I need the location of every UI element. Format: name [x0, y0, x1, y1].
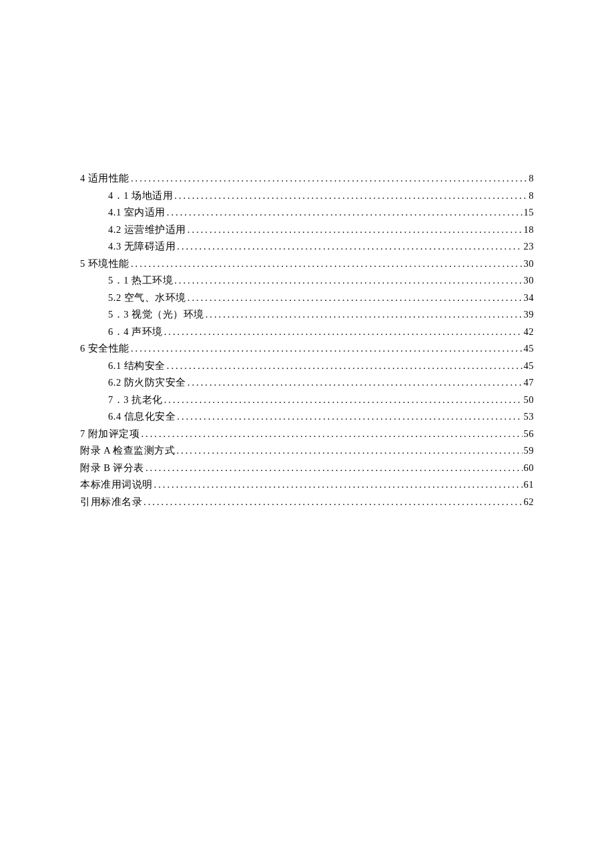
- toc-entry-page: 42: [524, 327, 535, 337]
- toc-leader-dots: [164, 327, 523, 337]
- toc-entry: 附录 A 检查监测方式 59: [80, 446, 534, 456]
- toc-leader-dots: [177, 412, 522, 422]
- toc-leader-dots: [167, 207, 523, 218]
- toc-entry-page: 45: [524, 344, 535, 354]
- toc-entry-page: 61: [524, 480, 535, 490]
- toc-entry-page: 8: [529, 191, 534, 201]
- toc-entry: 6 安全性能 45: [80, 344, 534, 354]
- table-of-contents: 4 适用性能 8 4．1 场地适用 8 4.1 室内适用 15 4.2 运营维护…: [80, 173, 534, 506]
- toc-entry-label: 5 环境性能: [80, 259, 129, 269]
- toc-leader-dots: [143, 497, 523, 507]
- toc-entry-label: 4.1 室内适用: [108, 207, 166, 218]
- toc-entry-label: 引用标准名录: [80, 497, 142, 507]
- toc-entry-label: 7 附加评定项: [80, 429, 139, 439]
- toc-entry-page: 60: [524, 463, 535, 473]
- toc-entry-page: 15: [524, 207, 535, 218]
- toc-entry-page: 30: [524, 276, 535, 286]
- toc-entry-label: 6 安全性能: [80, 344, 129, 354]
- toc-entry-page: 56: [524, 429, 535, 439]
- toc-leader-dots: [141, 429, 522, 439]
- toc-entry-page: 53: [524, 412, 535, 422]
- toc-entry-page: 59: [524, 446, 535, 456]
- toc-entry: 5．1 热工环境 30: [80, 276, 534, 286]
- toc-entry-label: 6.2 防火防灾安全: [108, 378, 186, 388]
- toc-entry: 附录 B 评分表 60: [80, 463, 534, 473]
- toc-entry-page: 62: [524, 497, 535, 507]
- toc-leader-dots: [131, 344, 523, 354]
- toc-entry-label: 4.2 运营维护适用: [108, 225, 186, 235]
- toc-leader-dots: [131, 259, 523, 269]
- toc-entry: 5.2 空气、水环境 34: [80, 293, 534, 303]
- toc-entry: 7 附加评定项 56: [80, 429, 534, 439]
- toc-leader-dots: [206, 310, 523, 320]
- toc-entry-page: 8: [529, 173, 534, 183]
- toc-entry-page: 39: [524, 310, 535, 320]
- toc-entry: 7．3 抗老化 50: [80, 395, 534, 405]
- toc-entry: 引用标准名录 62: [80, 497, 534, 507]
- toc-leader-dots: [164, 395, 523, 405]
- toc-entry-label: 附录 B 评分表: [80, 463, 144, 473]
- toc-entry: 4．1 场地适用 8: [80, 191, 534, 201]
- toc-entry: 6.4 信息化安全 53: [80, 412, 534, 422]
- toc-leader-dots: [174, 191, 527, 201]
- toc-leader-dots: [145, 463, 523, 473]
- toc-leader-dots: [188, 225, 523, 235]
- toc-entry: 6．4 声环境 42: [80, 327, 534, 337]
- toc-entry-page: 45: [524, 361, 535, 371]
- toc-leader-dots: [176, 446, 522, 456]
- toc-entry-label: 4 适用性能: [80, 173, 129, 183]
- toc-entry: 5．3 视觉（光）环境 39: [80, 310, 534, 320]
- toc-entry: 5 环境性能 30: [80, 259, 534, 269]
- toc-leader-dots: [177, 242, 522, 252]
- toc-entry-label: 6.4 信息化安全: [108, 412, 176, 422]
- toc-entry-page: 47: [524, 378, 535, 388]
- toc-entry-label: 6.1 结构安全: [108, 361, 166, 371]
- toc-entry-page: 30: [524, 259, 535, 269]
- toc-leader-dots: [131, 173, 527, 183]
- toc-entry-page: 18: [524, 225, 535, 235]
- toc-leader-dots: [174, 276, 522, 286]
- toc-entry-label: 4.3 无障碍适用: [108, 242, 176, 252]
- toc-entry-page: 50: [524, 395, 535, 405]
- toc-entry-label: 4．1 场地适用: [108, 191, 173, 201]
- toc-entry-label: 6．4 声环境: [108, 327, 163, 337]
- toc-entry: 4.1 室内适用 15: [80, 207, 534, 218]
- toc-entry-label: 5.2 空气、水环境: [108, 293, 186, 303]
- toc-entry: 4.3 无障碍适用 23: [80, 242, 534, 252]
- toc-leader-dots: [154, 480, 523, 490]
- toc-entry-label: 5．1 热工环境: [108, 276, 173, 286]
- toc-leader-dots: [188, 293, 523, 303]
- toc-entry: 6.1 结构安全 45: [80, 361, 534, 371]
- toc-entry-label: 7．3 抗老化: [108, 395, 163, 405]
- toc-entry-label: 附录 A 检查监测方式: [80, 446, 175, 456]
- toc-leader-dots: [188, 378, 523, 388]
- toc-entry-page: 34: [524, 293, 535, 303]
- toc-leader-dots: [167, 361, 523, 371]
- toc-entry: 4 适用性能 8: [80, 173, 534, 183]
- toc-entry-label: 5．3 视觉（光）环境: [108, 310, 204, 320]
- toc-entry-label: 本标准用词说明: [80, 480, 153, 490]
- toc-entry: 本标准用词说明 61: [80, 480, 534, 490]
- toc-entry: 4.2 运营维护适用 18: [80, 225, 534, 235]
- toc-entry: 6.2 防火防灾安全 47: [80, 378, 534, 388]
- toc-entry-page: 23: [524, 242, 535, 252]
